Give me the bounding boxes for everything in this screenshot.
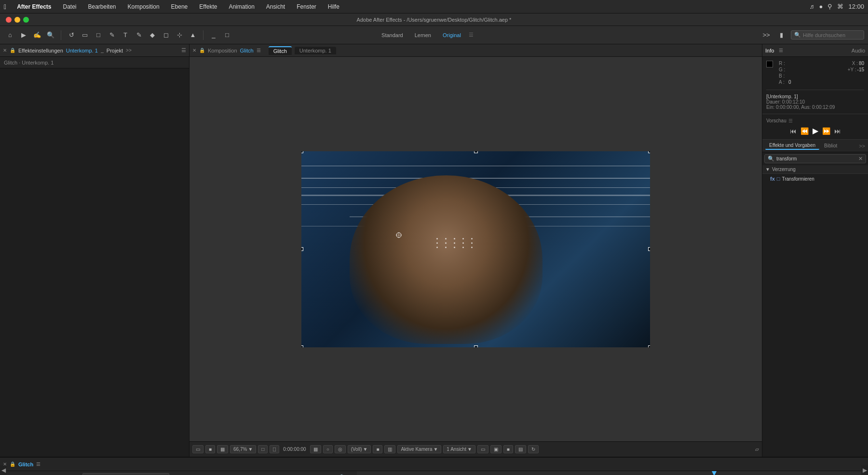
render-btn[interactable]: ■ (503, 445, 513, 453)
menu-bearbeiten[interactable]: Bearbeiten (85, 2, 119, 11)
menu-ebene[interactable]: Ebene (168, 2, 191, 11)
menu-animation[interactable]: Animation (226, 2, 257, 11)
search-icon[interactable]: ⚲ (827, 3, 832, 10)
select-tool[interactable]: ▶ (17, 29, 30, 41)
effects-search-input[interactable] (776, 156, 856, 161)
expand-comp-btn[interactable]: ▱ (755, 447, 759, 452)
menu-datei[interactable]: Datei (60, 2, 79, 11)
color-btn[interactable]: ◎ (335, 445, 346, 453)
menu-fenster[interactable]: Fenster (294, 2, 319, 11)
bottom-left-arrow[interactable]: ◀ (0, 465, 7, 475)
redo-tool[interactable]: ▭ (79, 29, 91, 41)
comp-options-btn[interactable]: ▭ (477, 445, 488, 453)
effects-item-transformieren[interactable]: fx □ Transformieren (762, 174, 868, 184)
undo-tool[interactable]: ↺ (65, 29, 78, 41)
text-tool[interactable]: T (119, 29, 132, 41)
hand-tool[interactable]: ✍ (31, 29, 43, 41)
effects-tab-main[interactable]: Effekte und Vorgaben (765, 142, 819, 150)
brush-tool[interactable]: ✎ (133, 29, 145, 41)
search-icon: 🔍 (794, 32, 801, 38)
preview-btn[interactable]: ■ (205, 445, 215, 453)
timeline-menu-icon[interactable]: ☰ (36, 462, 41, 467)
maximize-button[interactable] (23, 17, 29, 23)
bibliot-tab[interactable]: Bibliot (820, 142, 841, 149)
clone-tool[interactable]: ◆ (146, 29, 159, 41)
left-panel-close[interactable]: ✕ (3, 48, 7, 53)
pin-tool[interactable]: ▲ (187, 29, 199, 41)
fit-to-comp-btn[interactable]: □ (258, 445, 268, 453)
jump-end-btn[interactable]: ⏭ (834, 127, 841, 135)
workspace-lernen[interactable]: Lernen (411, 31, 435, 40)
comp-tab-glitch[interactable]: Glitch (269, 46, 292, 55)
export-btn[interactable]: ▤ (515, 445, 526, 453)
workspace-original[interactable]: Original (439, 31, 465, 40)
extension-icon[interactable]: ▮ (775, 29, 788, 41)
matte-btn[interactable]: ■ (373, 445, 382, 453)
effects-tabs: Effekte und Vorgaben Bibliot >> (762, 140, 868, 152)
close-button[interactable] (6, 17, 12, 23)
sel-handle-tl[interactable] (301, 151, 303, 153)
workspace-expand[interactable]: ☰ (469, 32, 474, 38)
grid-btn[interactable]: ⎕ (270, 445, 279, 453)
effects-section: Effekte und Vorgaben Bibliot >> 🔍 ✕ ▼ Ve… (762, 139, 868, 457)
reset-view-btn[interactable]: ▣ (490, 445, 502, 453)
apple-logo:  (4, 3, 6, 11)
align-tool[interactable]: ⎯ (207, 29, 220, 41)
quality-dropdown[interactable]: (Voll) ▼ (348, 445, 371, 453)
wifi-icon[interactable]: ⌘ (837, 3, 843, 10)
verzerrung-expand-icon[interactable]: ▼ (765, 167, 770, 172)
home-tool[interactable]: ⌂ (4, 29, 16, 41)
camera-dropdown[interactable]: Aktive Kamera ▼ (397, 445, 441, 453)
play-btn[interactable]: ▶ (813, 126, 818, 135)
cloud-icon[interactable]: ♬ (810, 3, 814, 10)
views-dropdown[interactable]: 1 Ansicht ▼ (443, 445, 475, 453)
left-panel-menu-icon[interactable]: ☰ (181, 47, 186, 53)
sync-btn[interactable]: ↻ (528, 445, 539, 453)
menu-komposition[interactable]: Komposition (125, 2, 163, 11)
bottom-right-arrow[interactable]: ▶ (861, 465, 868, 475)
prev-frame-btn[interactable]: ⏪ (800, 127, 809, 135)
menu-effekte[interactable]: Effekte (196, 2, 220, 11)
eraser-tool[interactable]: ◻ (160, 29, 172, 41)
sel-handle-tc[interactable] (474, 151, 478, 153)
effects-expand-icon[interactable]: >> (859, 143, 865, 149)
transparency-btn[interactable]: ▥ (384, 445, 395, 453)
notification-icon[interactable]: ● (819, 3, 823, 10)
left-panel: ✕ 🔒 Effekteinstellungen Unterkomp. 1 ⎯ P… (0, 44, 190, 457)
region-of-interest-btn[interactable]: ▭ (192, 445, 203, 453)
toggle-checkerboard-btn[interactable]: ▦ (217, 445, 228, 453)
info-menu-icon[interactable]: ☰ (779, 48, 783, 53)
menu-after-effects[interactable]: After Effects (14, 2, 54, 11)
sel-handle-ml[interactable] (301, 247, 303, 251)
sel-handle-tr[interactable] (648, 151, 650, 153)
puppet-tool[interactable]: ⊹ (173, 29, 186, 41)
sel-handle-br[interactable] (648, 345, 650, 347)
comp-menu-icon[interactable]: ☰ (257, 48, 261, 53)
sel-handle-mr[interactable] (648, 247, 650, 251)
help-search-input[interactable] (803, 32, 861, 38)
show-snapshot-btn[interactable]: ○ (323, 445, 333, 453)
a-value: 0 (788, 79, 844, 85)
zoom-tool[interactable]: 🔍 (44, 29, 57, 41)
comp-tab-unterkomp[interactable]: Unterkomp. 1 (295, 47, 336, 54)
sel-handle-bc[interactable] (474, 345, 478, 347)
zoom-dropdown[interactable]: 66,7% ▼ (230, 445, 256, 453)
minimize-button[interactable] (14, 17, 20, 23)
menu-ansicht[interactable]: Ansicht (263, 2, 288, 11)
expand-icon[interactable]: >> (760, 29, 773, 41)
menu-hilfe[interactable]: Hilfe (325, 2, 342, 11)
sel-handle-bl[interactable] (301, 345, 303, 347)
preview-menu-icon[interactable]: ☰ (788, 118, 793, 123)
info-tab[interactable]: Info (765, 48, 774, 53)
comp-close[interactable]: ✕ (192, 48, 196, 53)
snapshot-btn[interactable]: ▦ (310, 445, 321, 453)
jump-start-btn[interactable]: ⏮ (790, 127, 797, 135)
workspace-standard[interactable]: Standard (378, 31, 407, 40)
arrange-tool[interactable]: □ (221, 29, 233, 41)
quality-dropdown-icon: ▼ (363, 447, 367, 452)
rect-tool[interactable]: □ (92, 29, 105, 41)
pen-tool[interactable]: ✎ (106, 29, 118, 41)
next-frame-btn[interactable]: ⏩ (822, 127, 830, 135)
audio-tab[interactable]: Audio (852, 48, 865, 53)
effects-search-clear[interactable]: ✕ (858, 156, 863, 162)
